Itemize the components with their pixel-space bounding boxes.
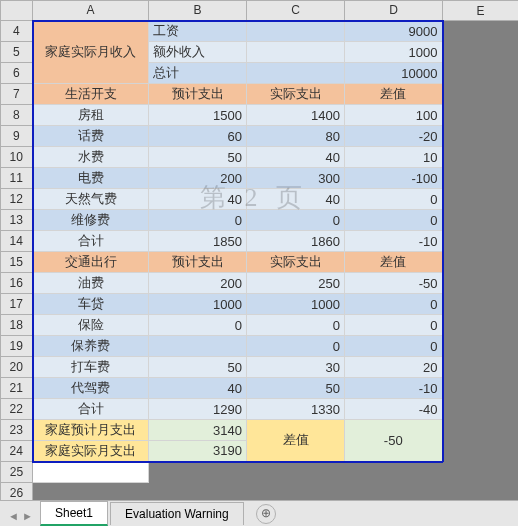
cell[interactable]: 0	[247, 315, 345, 336]
cell[interactable]: 家庭实际月支出	[33, 441, 149, 462]
spreadsheet-area[interactable]: 第 2 页 A B C D E 4 家庭实际月收入 工资 9000 5 额外收入…	[0, 0, 518, 500]
cell[interactable]: 实际支出	[247, 252, 345, 273]
cell[interactable]: -10	[345, 378, 443, 399]
cell[interactable]: 0	[149, 315, 247, 336]
cell-empty[interactable]	[443, 294, 519, 315]
row-header[interactable]: 20	[1, 357, 33, 378]
col-header[interactable]: B	[149, 1, 247, 21]
cell[interactable]: 50	[149, 147, 247, 168]
cell[interactable]: 0	[149, 210, 247, 231]
cell[interactable]: 1290	[149, 399, 247, 420]
cell[interactable]: 0	[345, 315, 443, 336]
cell[interactable]: 合计	[33, 399, 149, 420]
cell[interactable]: 话费	[33, 126, 149, 147]
cell[interactable]: 预计支出	[149, 84, 247, 105]
row-header[interactable]: 24	[1, 441, 33, 462]
sheet-tab-active[interactable]: Sheet1	[40, 501, 108, 526]
cell[interactable]: 0	[345, 189, 443, 210]
cell[interactable]: 0	[345, 210, 443, 231]
cell[interactable]: 代驾费	[33, 378, 149, 399]
cell-empty[interactable]	[345, 483, 443, 501]
cell[interactable]: 200	[149, 273, 247, 294]
cell[interactable]: 差值	[345, 84, 443, 105]
cell-empty[interactable]	[443, 420, 519, 441]
cell[interactable]: 40	[149, 378, 247, 399]
cell-empty[interactable]	[443, 441, 519, 462]
cell-empty[interactable]	[149, 462, 247, 483]
cell[interactable]: 生活开支	[33, 84, 149, 105]
cell[interactable]: 0	[247, 210, 345, 231]
cell[interactable]: 10	[345, 147, 443, 168]
cell-empty[interactable]	[443, 189, 519, 210]
cell-empty[interactable]	[33, 483, 149, 501]
cell[interactable]: 50	[247, 378, 345, 399]
row-header[interactable]: 17	[1, 294, 33, 315]
col-header[interactable]: E	[443, 1, 519, 21]
cell[interactable]: 总计	[149, 63, 247, 84]
add-sheet-button[interactable]: ⊕	[256, 504, 276, 524]
row-header[interactable]: 15	[1, 252, 33, 273]
cell[interactable]: 合计	[33, 231, 149, 252]
cell[interactable]: 20	[345, 357, 443, 378]
cell-empty[interactable]	[443, 84, 519, 105]
col-header[interactable]: C	[247, 1, 345, 21]
row-header[interactable]: 11	[1, 168, 33, 189]
cell[interactable]: 预计支出	[149, 252, 247, 273]
cell[interactable]: 40	[149, 189, 247, 210]
sheet-tab[interactable]: Evaluation Warning	[110, 502, 244, 525]
cell-empty[interactable]	[443, 336, 519, 357]
cell[interactable]: 0	[247, 336, 345, 357]
cell[interactable]: 300	[247, 168, 345, 189]
row-header[interactable]: 10	[1, 147, 33, 168]
cell[interactable]: 1330	[247, 399, 345, 420]
row-header[interactable]: 16	[1, 273, 33, 294]
cell-empty[interactable]	[443, 147, 519, 168]
cell-diff-label[interactable]: 差值	[247, 420, 345, 462]
row-header[interactable]: 18	[1, 315, 33, 336]
cell[interactable]	[247, 42, 345, 63]
cell[interactable]	[149, 336, 247, 357]
cell-empty[interactable]	[443, 210, 519, 231]
cell[interactable]: 1850	[149, 231, 247, 252]
cell-empty[interactable]	[443, 231, 519, 252]
cell[interactable]: 40	[247, 189, 345, 210]
cell-empty[interactable]	[443, 273, 519, 294]
cell[interactable]: 打车费	[33, 357, 149, 378]
cell[interactable]: 0	[345, 336, 443, 357]
cell[interactable]: 实际支出	[247, 84, 345, 105]
row-header[interactable]: 14	[1, 231, 33, 252]
cell[interactable]: -40	[345, 399, 443, 420]
cell[interactable]	[247, 63, 345, 84]
cell-empty[interactable]	[443, 63, 519, 84]
row-header[interactable]: 19	[1, 336, 33, 357]
row-header[interactable]: 8	[1, 105, 33, 126]
cell[interactable]	[247, 21, 345, 42]
cell[interactable]: 天然气费	[33, 189, 149, 210]
cell[interactable]: -20	[345, 126, 443, 147]
cell-empty[interactable]	[443, 168, 519, 189]
row-header[interactable]: 25	[1, 462, 33, 483]
cell[interactable]: 9000	[345, 21, 443, 42]
row-header[interactable]: 23	[1, 420, 33, 441]
cell-income-title[interactable]: 家庭实际月收入	[33, 21, 149, 84]
row-header[interactable]: 7	[1, 84, 33, 105]
cell-empty[interactable]	[443, 462, 519, 483]
cell-empty[interactable]	[247, 483, 345, 501]
cell-empty[interactable]	[443, 378, 519, 399]
cell-empty[interactable]	[443, 399, 519, 420]
cell[interactable]: 250	[247, 273, 345, 294]
cell[interactable]: 车贷	[33, 294, 149, 315]
row-header[interactable]: 26	[1, 483, 33, 501]
cell[interactable]: 1860	[247, 231, 345, 252]
cell[interactable]: 额外收入	[149, 42, 247, 63]
cell[interactable]: 30	[247, 357, 345, 378]
cell[interactable]: 1400	[247, 105, 345, 126]
cell[interactable]: 10000	[345, 63, 443, 84]
row-header[interactable]: 21	[1, 378, 33, 399]
cell-empty[interactable]	[443, 252, 519, 273]
cell[interactable]: 房租	[33, 105, 149, 126]
cell[interactable]: 200	[149, 168, 247, 189]
cell[interactable]: 3190	[149, 441, 247, 462]
cell-empty[interactable]	[443, 126, 519, 147]
cell[interactable]: 3140	[149, 420, 247, 441]
